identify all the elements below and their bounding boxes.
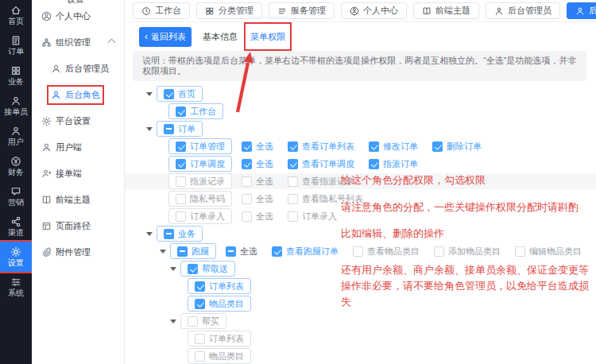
tree-node[interactable]: 指派记录 [168, 173, 232, 189]
sidebar-item-org-management[interactable]: 组织管理 [32, 29, 124, 56]
tree-node[interactable]: 订单列表 [188, 278, 251, 294]
tree-node[interactable]: 订单录入 [168, 208, 232, 224]
tree-node[interactable]: 工作台 [168, 103, 223, 119]
tree-node[interactable]: 订单列表 [188, 331, 251, 347]
rail-item-home[interactable]: 首页 [0, 0, 32, 30]
op-item[interactable]: 全选 [242, 211, 273, 223]
tree-node[interactable]: 物品类目 [188, 348, 251, 364]
rail-item-system[interactable]: 系统 [0, 272, 32, 302]
tree-node[interactable]: 帮取送 [180, 261, 235, 277]
tree-node[interactable]: 物品类目 [188, 296, 251, 312]
checkbox[interactable] [353, 246, 363, 257]
tree-node[interactable]: 隐私号码 [168, 191, 232, 207]
sidebar-item-profile[interactable]: 个人中心 [32, 3, 124, 29]
checkbox[interactable] [288, 141, 298, 152]
checkbox[interactable] [195, 299, 205, 309]
caret-down-icon[interactable] [146, 232, 153, 236]
tab-menu-permission[interactable]: 菜单权限 [250, 31, 285, 43]
rail-item-users[interactable]: 用户 [0, 121, 32, 151]
chevron-up-icon[interactable] [108, 39, 116, 47]
checkbox[interactable] [242, 211, 252, 222]
op-item[interactable]: 指派订单 [369, 158, 418, 170]
tree-node[interactable]: 帮买 [180, 313, 226, 329]
checkbox[interactable] [515, 246, 525, 257]
op-item[interactable]: 查看物品类目 [353, 246, 420, 258]
caret-down-icon[interactable] [170, 267, 176, 271]
op-item[interactable]: 删除订单 [432, 141, 482, 153]
op-item[interactable]: 全选 [242, 193, 273, 205]
checkbox[interactable] [242, 176, 252, 187]
rail-item-channels[interactable]: 渠道 [0, 211, 32, 242]
tree-node[interactable]: 订单 [157, 121, 203, 137]
checkbox[interactable] [195, 334, 205, 344]
checkbox[interactable] [188, 316, 198, 327]
rail-item-couriers[interactable]: 接单员 [0, 91, 32, 121]
checkbox[interactable] [272, 246, 282, 257]
rail-item-orders[interactable]: 订单 [0, 30, 32, 60]
rail-item-settings[interactable]: 设置 [0, 242, 32, 272]
tab-frontend-theme[interactable]: 前端主题 [413, 2, 479, 19]
sidebar-item-platform-settings[interactable]: 平台设置 [32, 108, 124, 134]
sidebar-item-page-paths[interactable]: 页面路径 [32, 213, 124, 239]
op-item[interactable]: 全选 [242, 141, 273, 153]
checkbox[interactable] [195, 281, 205, 292]
checkbox[interactable] [434, 246, 444, 257]
op-item[interactable]: 全选 [242, 158, 273, 170]
sidebar-item-courier-client[interactable]: 接单端 [32, 161, 124, 187]
checkbox[interactable] [188, 264, 198, 274]
rail-item-marketing[interactable]: 营销 [0, 181, 32, 211]
checkbox[interactable] [176, 106, 186, 117]
caret-down-icon[interactable] [146, 127, 153, 131]
tab-profile[interactable]: 个人中心 [341, 2, 407, 19]
op-item[interactable]: 查看跑腿订单 [272, 246, 339, 258]
rail-item-business[interactable]: 业务 [0, 60, 32, 91]
checkbox[interactable] [369, 141, 379, 152]
checkbox[interactable] [176, 194, 186, 204]
tab-admin-roles[interactable]: 后台角色× [567, 2, 596, 19]
checkbox[interactable] [176, 176, 186, 187]
sidebar-item-frontend-theme[interactable]: 前端主题 [32, 187, 124, 213]
tree-node[interactable]: 首页 [157, 86, 203, 102]
checkbox[interactable] [195, 351, 205, 362]
checkbox[interactable] [288, 159, 298, 169]
checkbox[interactable] [226, 246, 236, 257]
caret-down-icon[interactable] [170, 319, 176, 323]
checkbox[interactable] [164, 229, 174, 239]
checkbox[interactable] [176, 141, 186, 152]
tab-basic-info[interactable]: 基本信息 [203, 31, 238, 43]
checkbox[interactable] [176, 159, 186, 169]
tab-service-management[interactable]: 服务管理 [269, 2, 335, 19]
tab-category-management[interactable]: 分类管理 [196, 2, 262, 19]
op-item[interactable]: 查看订单列表 [288, 141, 354, 153]
sidebar-item-user-client[interactable]: 用户端 [32, 134, 124, 161]
op-item[interactable]: 修改订单 [369, 141, 418, 153]
rail-item-finance[interactable]: 财务 [0, 151, 32, 181]
op-item[interactable]: 全选 [226, 246, 257, 258]
back-to-list-button[interactable]: ‹ 返回列表 [139, 27, 192, 47]
checkbox[interactable] [164, 89, 174, 99]
checkbox[interactable] [369, 159, 379, 169]
tree-node[interactable]: 跑腿 [170, 243, 216, 259]
op-item[interactable]: 添加物品类目 [434, 246, 501, 258]
tree-node[interactable]: 订单调度 [168, 156, 232, 172]
checkbox[interactable] [242, 159, 252, 169]
tree-node[interactable]: 业务 [157, 226, 203, 242]
checkbox[interactable] [177, 246, 188, 257]
checkbox[interactable] [432, 141, 443, 152]
op-item[interactable]: 查看订单调度 [288, 158, 354, 170]
sidebar-item-admin-accounts[interactable]: 后台管理员 [32, 56, 124, 82]
checkbox[interactable] [288, 194, 298, 204]
op-item[interactable]: 编辑物品类目 [515, 246, 582, 258]
tree-node[interactable]: 订单管理 [168, 138, 232, 154]
op-item[interactable]: 全选 [242, 176, 273, 188]
caret-down-icon[interactable] [146, 92, 153, 96]
checkbox[interactable] [288, 176, 298, 187]
tab-admin-accounts[interactable]: 后台管理员 [486, 2, 560, 19]
caret-down-icon[interactable] [160, 250, 166, 254]
op-item[interactable]: 订单录入 [288, 211, 337, 223]
sidebar-item-admin-roles[interactable]: 后台角色 [32, 82, 124, 108]
sidebar-item-attachment-management[interactable]: 附件管理 [32, 239, 124, 265]
checkbox[interactable] [176, 211, 186, 222]
tab-workbench[interactable]: 工作台 [133, 2, 190, 19]
checkbox[interactable] [242, 141, 252, 152]
